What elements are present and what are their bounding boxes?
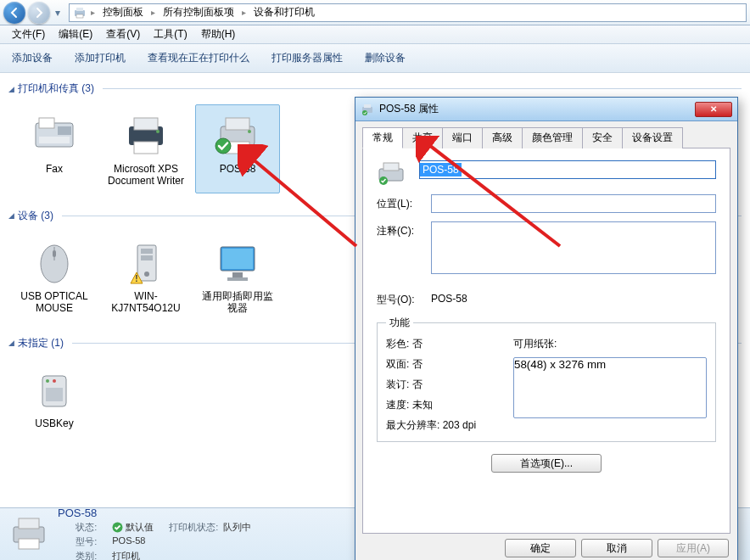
chevron-right-icon: ▸ <box>240 8 248 17</box>
server-props-button[interactable]: 打印服务器属性 <box>268 48 346 69</box>
svg-rect-2 <box>76 14 83 18</box>
menu-bar: 文件(F) 编辑(E) 查看(V) 工具(T) 帮助(H) <box>0 25 750 44</box>
collapse-icon: ◢ <box>8 339 14 347</box>
svg-rect-25 <box>222 249 253 269</box>
dialog-titlebar[interactable]: POS-58 属性 ✕ <box>355 98 737 121</box>
model-label: 型号(O): <box>377 290 431 307</box>
svg-text:!: ! <box>135 274 137 283</box>
checkmark-icon <box>215 137 232 154</box>
device-item-usbkey[interactable]: USBKey <box>12 359 97 435</box>
close-button[interactable]: ✕ <box>695 102 732 117</box>
svg-point-22 <box>144 272 149 277</box>
svg-rect-5 <box>58 126 71 135</box>
close-icon: ✕ <box>710 104 717 114</box>
svg-rect-6 <box>39 137 70 143</box>
cancel-button[interactable]: 取消 <box>581 539 652 557</box>
svg-point-30 <box>53 379 56 383</box>
svg-point-15 <box>215 138 231 154</box>
svg-rect-4 <box>39 118 54 128</box>
forward-button[interactable] <box>28 2 50 24</box>
add-printer-button[interactable]: 添加打印机 <box>71 48 129 69</box>
svg-rect-21 <box>141 255 153 260</box>
printer-name-input[interactable]: POS-58 <box>419 160 716 179</box>
monitor-icon <box>213 238 262 287</box>
svg-point-10 <box>156 130 160 133</box>
svg-rect-34 <box>19 539 39 549</box>
dialog-title: POS-58 属性 <box>379 102 690 116</box>
svg-point-14 <box>248 130 251 133</box>
usb-device-icon <box>30 365 79 414</box>
paper-list[interactable]: 58(48) x 3276 mm <box>513 357 707 418</box>
tab-ports[interactable]: 端口 <box>442 127 483 148</box>
menu-edit[interactable]: 编辑(E) <box>52 25 99 43</box>
svg-rect-26 <box>232 272 243 277</box>
tab-device[interactable]: 设备设置 <box>622 127 683 148</box>
menu-tools[interactable]: 工具(T) <box>147 25 193 43</box>
printer-icon <box>8 513 49 554</box>
svg-rect-20 <box>141 249 153 254</box>
svg-rect-1 <box>76 8 83 11</box>
warning-icon: ! <box>130 272 143 285</box>
svg-point-29 <box>46 379 49 383</box>
tab-advanced[interactable]: 高级 <box>482 127 523 148</box>
checkmark-icon <box>112 522 123 533</box>
tab-security[interactable]: 安全 <box>582 127 623 148</box>
apply-button[interactable]: 应用(A) <box>658 539 729 557</box>
svg-rect-37 <box>364 104 371 108</box>
location-input[interactable] <box>431 194 716 213</box>
nav-bar: ▾ ▸ 控制面板 ▸ 所有控制面板项 ▸ 设备和打印机 <box>0 0 750 25</box>
remove-device-button[interactable]: 删除设备 <box>361 48 409 69</box>
svg-rect-31 <box>46 388 63 401</box>
back-button[interactable] <box>3 2 25 24</box>
svg-rect-33 <box>19 518 39 529</box>
model-value: POS-58 <box>431 290 716 305</box>
properties-dialog: POS-58 属性 ✕ 常规 共享 端口 高级 颜色管理 安全 设备设置 POS… <box>355 97 738 560</box>
tab-strip: 常规 共享 端口 高级 颜色管理 安全 设备设置 <box>362 126 730 148</box>
details-name: POS-58 <box>58 507 97 519</box>
menu-help[interactable]: 帮助(H) <box>194 25 243 43</box>
chevron-right-icon: ▸ <box>149 8 157 17</box>
svg-rect-9 <box>134 142 158 154</box>
device-item-fax[interactable]: Fax <box>12 104 97 193</box>
collapse-icon: ◢ <box>8 211 14 220</box>
features-group: 功能 彩色: 否 可用纸张: 双面: 否 58(48) x 3276 mm 装订… <box>377 316 716 442</box>
menu-view[interactable]: 查看(V) <box>99 25 147 43</box>
add-device-button[interactable]: 添加设备 <box>8 48 56 69</box>
printer-icon <box>377 160 406 186</box>
mouse-icon <box>30 238 79 287</box>
comment-label: 注释(C): <box>377 221 431 238</box>
ok-button[interactable]: 确定 <box>505 539 576 557</box>
device-item-monitor[interactable]: 通用即插即用监视器 <box>195 232 280 321</box>
menu-file[interactable]: 文件(F) <box>5 25 52 43</box>
device-item-xps[interactable]: Microsoft XPS Document Writer <box>104 104 188 193</box>
device-item-pos58[interactable]: POS-58 <box>195 104 280 193</box>
device-item-pc[interactable]: ! WIN-KJ7NT54O12U <box>104 232 188 321</box>
breadcrumb-item[interactable]: 所有控制面板项 <box>160 3 238 21</box>
breadcrumb-item[interactable]: 控制面板 <box>99 3 147 21</box>
fax-icon <box>30 110 79 160</box>
see-printing-button[interactable]: 查看现在正在打印什么 <box>144 48 253 69</box>
command-bar: 添加设备 添加打印机 查看现在正在打印什么 打印服务器属性 删除设备 <box>0 44 750 73</box>
printer-icon <box>213 110 262 160</box>
printer-icon <box>361 103 374 116</box>
breadcrumb-item[interactable]: 设备和打印机 <box>250 3 318 21</box>
svg-rect-18 <box>53 250 56 257</box>
collapse-icon: ◢ <box>8 85 14 93</box>
printer-icon <box>73 6 87 20</box>
device-item-mouse[interactable]: USB OPTICAL MOUSE <box>12 232 97 321</box>
comment-input[interactable] <box>431 221 716 274</box>
svg-rect-8 <box>134 118 158 130</box>
location-label: 位置(L): <box>377 194 431 211</box>
address-bar[interactable]: ▸ 控制面板 ▸ 所有控制面板项 ▸ 设备和打印机 <box>69 3 747 22</box>
tab-sharing[interactable]: 共享 <box>402 127 443 148</box>
chevron-right-icon: ▸ <box>89 8 97 17</box>
tab-color[interactable]: 颜色管理 <box>522 127 583 148</box>
tab-general[interactable]: 常规 <box>362 127 403 148</box>
history-dropdown[interactable]: ▾ <box>53 7 63 19</box>
preferences-button[interactable]: 首选项(E)... <box>491 454 602 473</box>
printer-icon <box>121 110 171 160</box>
tab-panel-general: POS-58 位置(L): 注释(C): 型号(O): POS-58 功能 彩色… <box>362 148 730 534</box>
svg-rect-27 <box>227 277 248 281</box>
svg-point-38 <box>362 110 367 115</box>
svg-rect-40 <box>383 163 399 171</box>
